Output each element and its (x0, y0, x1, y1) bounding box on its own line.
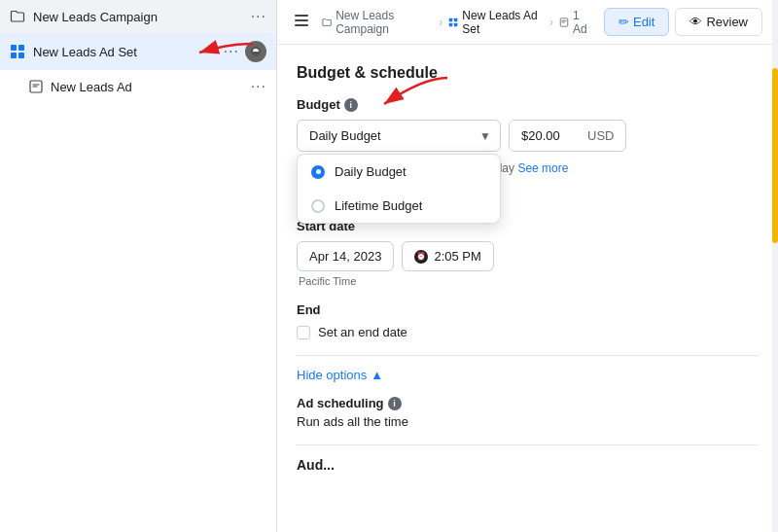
review-label: Review (706, 15, 748, 29)
audience-section-hint: Aud... (297, 444, 759, 473)
svg-rect-10 (449, 18, 452, 20)
start-date-value: Apr 14, 2023 (309, 249, 381, 264)
amount-wrapper: USD (509, 120, 626, 152)
breadcrumb-adset-label: New Leads Ad Set (462, 9, 544, 36)
svg-rect-12 (449, 22, 452, 25)
svg-rect-7 (295, 15, 308, 17)
scrollbar-thumb[interactable] (772, 68, 778, 243)
edit-button[interactable]: ✏ Edit (604, 8, 669, 36)
breadcrumb: New Leads Campaign › New Leads Ad Set › … (277, 0, 778, 45)
ad-icon (29, 80, 43, 93)
chevron-up-icon: ▲ (371, 368, 383, 382)
grid-icon (10, 44, 25, 59)
edit-label: Edit (633, 15, 654, 29)
sidebar-toggle-icon[interactable] (293, 12, 310, 32)
eye-icon: 👁 (690, 15, 702, 29)
adset-actions: ··· (224, 41, 266, 62)
ad-dots-menu[interactable]: ··· (251, 78, 266, 95)
lifetime-budget-option: Lifetime Budget (335, 198, 422, 213)
budget-select[interactable]: Daily Budget Lifetime Budget (297, 120, 501, 152)
sidebar-item-campaign[interactable]: New Leads Campaign ··· (0, 0, 276, 33)
budget-label-text: Budget (297, 97, 340, 112)
budget-row: Daily Budget Lifetime Budget ▼ Daily Bud… (297, 120, 759, 152)
svg-rect-2 (18, 45, 24, 51)
breadcrumb-ad[interactable]: 1 Ad (559, 9, 592, 36)
start-time-field[interactable]: ⏰ 2:05 PM (402, 241, 493, 271)
date-row: Apr 14, 2023 ⏰ 2:05 PM (297, 241, 759, 271)
adset-dots-menu[interactable]: ··· (224, 43, 239, 60)
main-content: New Leads Campaign › New Leads Ad Set › … (277, 0, 778, 532)
content-area: Budget & schedule Budget i Daily Budget … (277, 45, 778, 532)
svg-rect-11 (454, 18, 457, 20)
ad-label: New Leads Ad (51, 80, 251, 94)
breadcrumb-sep-1: › (439, 16, 442, 29)
breadcrumb-doc-icon (559, 17, 569, 28)
sidebar: New Leads Campaign ··· New Leads Ad Set … (0, 0, 277, 532)
svg-rect-4 (18, 53, 24, 58)
end-row: Set an end date (297, 325, 759, 339)
dropdown-item-lifetime[interactable]: Lifetime Budget (298, 189, 500, 223)
end-label: End (297, 302, 759, 317)
end-date-checkbox[interactable] (297, 326, 310, 339)
timezone-label: Pacific Time (297, 275, 759, 287)
radio-daily (311, 165, 325, 179)
breadcrumb-sep-2: › (549, 16, 553, 29)
campaign-dots-menu[interactable]: ··· (251, 8, 266, 25)
adset-toggle[interactable] (245, 41, 266, 62)
svg-rect-8 (295, 19, 308, 21)
folder-icon (10, 9, 25, 24)
breadcrumb-campaign[interactable]: New Leads Campaign (322, 9, 433, 36)
campaign-label: New Leads Campaign (33, 10, 251, 24)
breadcrumb-campaign-label: New Leads Campaign (336, 9, 433, 36)
section-title: Budget & schedule (297, 64, 759, 82)
end-set-label: Set an end date (318, 325, 407, 339)
breadcrumb-folder-icon (322, 17, 332, 28)
sidebar-item-ad[interactable]: New Leads Ad ··· (0, 70, 276, 103)
hide-options-text: Hide options (297, 368, 367, 382)
radio-lifetime (311, 199, 325, 213)
budget-info-icon[interactable]: i (344, 98, 358, 112)
svg-rect-3 (11, 53, 17, 58)
ad-scheduling-label: Ad scheduling i (297, 396, 759, 410)
ad-scheduling-info-icon[interactable]: i (388, 397, 402, 410)
section-divider (297, 355, 759, 356)
breadcrumb-grid-icon (448, 17, 458, 28)
budget-select-wrapper: Daily Budget Lifetime Budget ▼ Daily Bud… (297, 120, 501, 152)
adset-label: New Leads Ad Set (33, 45, 224, 59)
svg-rect-9 (295, 24, 308, 26)
see-more-link[interactable]: See more (517, 161, 568, 175)
budget-dropdown-menu: Daily Budget Lifetime Budget (297, 154, 501, 224)
breadcrumb-adset[interactable]: New Leads Ad Set (448, 9, 544, 36)
ad-scheduling-value: Run ads all the time (297, 414, 759, 429)
clock-icon: ⏰ (414, 250, 428, 264)
review-button[interactable]: 👁 Review (675, 8, 762, 36)
svg-rect-1 (11, 45, 17, 51)
svg-rect-13 (454, 22, 457, 25)
hide-options-link[interactable]: Hide options ▲ (297, 368, 759, 382)
budget-amount-input[interactable] (510, 121, 587, 151)
dropdown-item-daily[interactable]: Daily Budget (298, 155, 500, 189)
budget-currency: USD (587, 121, 625, 151)
budget-field-label: Budget i (297, 97, 759, 112)
start-date-field[interactable]: Apr 14, 2023 (297, 241, 394, 271)
edit-icon: ✏ (619, 15, 629, 29)
daily-budget-option: Daily Budget (335, 164, 407, 179)
sidebar-item-adset[interactable]: New Leads Ad Set ··· (0, 33, 276, 70)
start-time-value: 2:05 PM (434, 249, 480, 264)
breadcrumb-ad-label: 1 Ad (573, 9, 592, 36)
